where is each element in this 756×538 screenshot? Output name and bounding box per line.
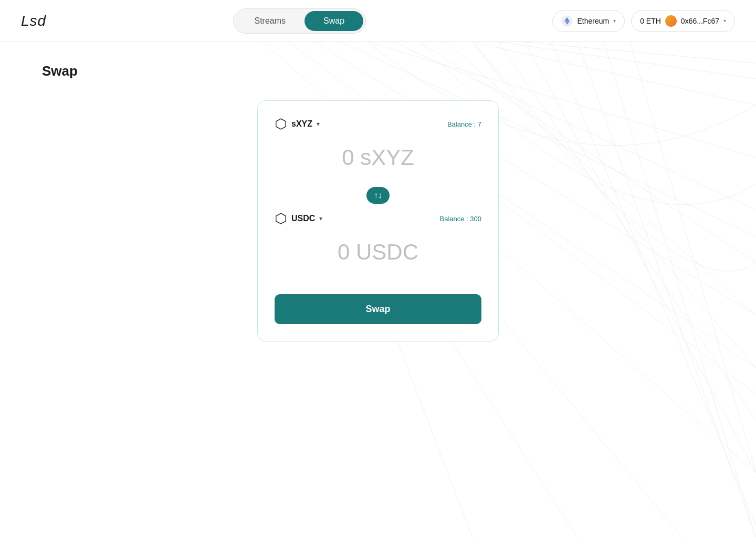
from-token-amount[interactable]: 0 sXYZ	[275, 137, 481, 183]
to-token-balance: Balance : 300	[439, 215, 481, 223]
to-token-amount[interactable]: 0 USDC	[275, 231, 481, 277]
wallet-address: 0x66...Fc67	[681, 17, 719, 25]
from-token-name: sXYZ	[291, 119, 312, 129]
tab-swap[interactable]: Swap	[304, 11, 363, 31]
tab-streams[interactable]: Streams	[236, 11, 305, 31]
to-token-name: USDC	[291, 214, 315, 223]
swap-direction-button[interactable]: ↑↓	[366, 187, 390, 204]
ethereum-icon	[561, 15, 573, 27]
nav-tabs: Streams Swap	[233, 8, 366, 34]
from-token-left[interactable]: sXYZ ▾	[275, 118, 320, 130]
sxyz-hex-icon	[275, 118, 287, 130]
logo: Lsd	[21, 13, 46, 29]
page-title: Swap	[42, 63, 714, 79]
wallet-balance: 0 ETH	[640, 17, 661, 25]
network-chevron: ▾	[613, 18, 616, 24]
swap-direction-icon: ↑↓	[374, 191, 382, 200]
wallet-selector[interactable]: 0 ETH 0x66...Fc67 ▾	[631, 11, 735, 32]
from-token-balance: Balance : 7	[447, 120, 481, 128]
from-token-row: sXYZ ▾ Balance : 7 0 sXYZ	[275, 118, 481, 183]
from-token-chevron: ▾	[317, 120, 320, 128]
to-token-selector: USDC ▾ Balance : 300	[275, 212, 481, 225]
network-selector[interactable]: Ethereum ▾	[552, 11, 625, 32]
main-content: Swap sXYZ ▾ Balance : 7 0 sXYZ	[0, 42, 756, 363]
header-right: Ethereum ▾ 0 ETH 0x66...Fc67 ▾	[552, 11, 735, 32]
to-token-row: USDC ▾ Balance : 300 0 USDC	[275, 212, 481, 277]
swap-button[interactable]: Swap	[275, 294, 481, 324]
from-token-selector: sXYZ ▾ Balance : 7	[275, 118, 481, 130]
network-label: Ethereum	[577, 17, 609, 25]
swap-card-wrapper: sXYZ ▾ Balance : 7 0 sXYZ ↑↓	[42, 100, 714, 342]
wallet-avatar	[665, 15, 677, 27]
wallet-chevron: ▾	[723, 18, 726, 24]
to-token-chevron: ▾	[319, 215, 322, 222]
to-token-left[interactable]: USDC ▾	[275, 212, 322, 225]
swap-direction: ↑↓	[275, 187, 481, 204]
usdc-hex-icon	[275, 212, 287, 225]
swap-card: sXYZ ▾ Balance : 7 0 sXYZ ↑↓	[257, 100, 499, 342]
header: Lsd Streams Swap Ethereum ▾ 0 ETH 0x66..…	[0, 0, 756, 42]
